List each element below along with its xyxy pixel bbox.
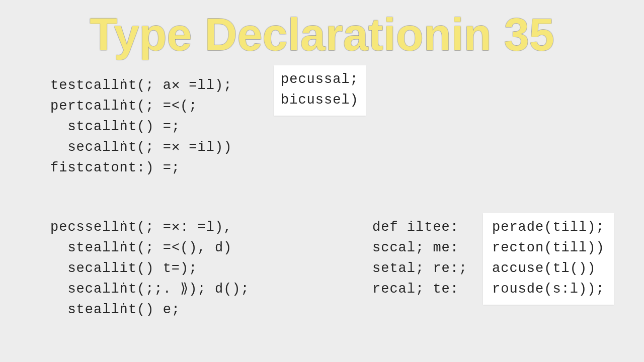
code-box-bottom-right: perade(till); recton(till)) accuse(tl())…	[483, 213, 614, 305]
slide-title: Type Declarationin 35	[0, 9, 644, 61]
code-block-bottom-left: pecssellṅt(; =✕: =l), steallṅt(; =<(), d…	[50, 217, 250, 320]
slide: Type Declarationin 35 testcallṅt(; a✕ =l…	[0, 0, 644, 362]
code-block-top-left: testcallṅt(; a✕ =ll); pertcallṅt(; =<(; …	[50, 75, 232, 178]
code-box-top-right: pecussal; bicussel)	[274, 65, 366, 116]
code-block-def: def iltee: sccal; me: setal; re:; recal;…	[372, 217, 467, 300]
